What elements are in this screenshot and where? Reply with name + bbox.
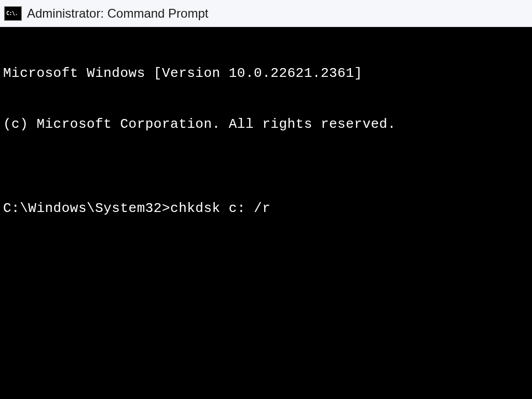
prompt-command[interactable]: chkdsk c: /r <box>170 200 270 217</box>
terminal-output-line: Microsoft Windows [Version 10.0.22621.23… <box>3 65 529 82</box>
window-title: Administrator: Command Prompt <box>27 6 208 21</box>
titlebar[interactable]: C:\. Administrator: Command Prompt <box>0 0 532 27</box>
terminal-area[interactable]: Microsoft Windows [Version 10.0.22621.23… <box>0 27 532 399</box>
terminal-prompt-line: C:\Windows\System32>chkdsk c: /r <box>3 200 529 217</box>
app-icon-text: C:\. <box>6 11 18 16</box>
prompt-path: C:\Windows\System32> <box>3 200 170 217</box>
command-prompt-window: C:\. Administrator: Command Prompt Micro… <box>0 0 532 399</box>
terminal-output-line: (c) Microsoft Corporation. All rights re… <box>3 116 529 133</box>
command-prompt-icon: C:\. <box>4 6 22 21</box>
